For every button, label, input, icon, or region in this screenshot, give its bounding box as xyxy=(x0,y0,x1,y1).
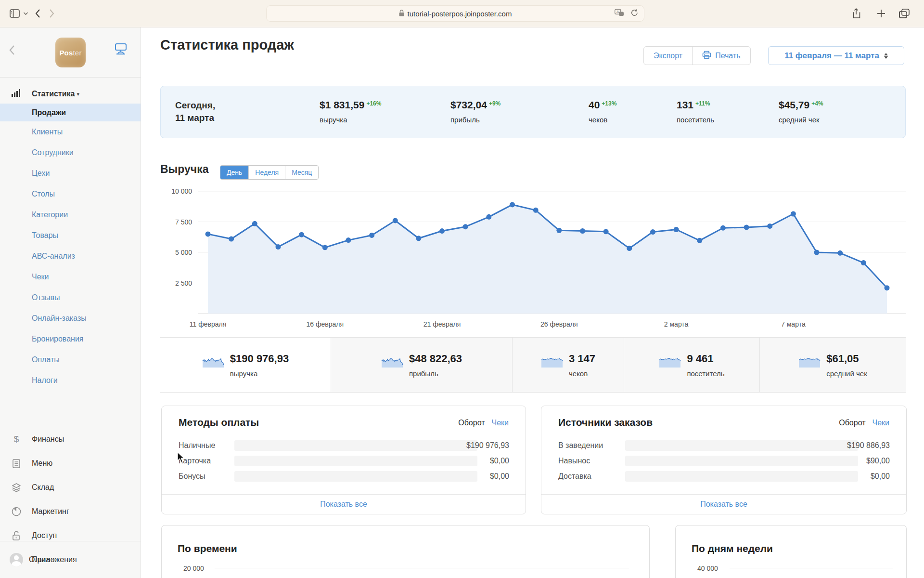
total-cell-revenue[interactable]: $190 976,93выручка xyxy=(160,338,331,392)
payment-row-bonus: Бонусы $0,00 xyxy=(179,471,509,482)
sidebar-toggle-icon[interactable] xyxy=(10,9,20,18)
show-all-link[interactable]: Показать все xyxy=(320,500,367,509)
new-tab-icon[interactable] xyxy=(877,9,886,18)
toggle-turnover[interactable]: Оборот xyxy=(839,419,865,427)
page-title: Статистика продаж xyxy=(160,37,294,53)
svg-text:11 февраля: 11 февраля xyxy=(190,320,227,328)
sidebar-item-marketing[interactable]: Маркетинг xyxy=(0,499,141,524)
banner-metric-visitors: 131+11% посетитель xyxy=(677,99,714,124)
svg-text:10 000: 10 000 xyxy=(171,187,192,195)
by-weekday-card: По дням недели 40 000 xyxy=(675,525,907,578)
total-cell-visitors[interactable]: 9 461посетитель xyxy=(624,338,760,392)
sidebar-item-sales-active[interactable]: Продажи xyxy=(0,104,141,121)
dollar-icon: $ xyxy=(11,434,22,445)
sparkline-icon xyxy=(202,355,224,368)
sidebar-section-statistics[interactable]: Статистика ▾ xyxy=(0,84,141,104)
sidebar-item-finance[interactable]: $ Финансы xyxy=(0,427,141,451)
tabs-overview-icon[interactable] xyxy=(899,9,910,18)
address-bar[interactable]: tutorial-posterpos.joinposter.com A xyxy=(266,5,644,22)
revenue-title: Выручка xyxy=(160,163,208,176)
tab-month[interactable]: Месяц xyxy=(285,166,318,179)
printer-icon xyxy=(702,51,711,61)
poster-logo[interactable]: Poster xyxy=(55,38,86,67)
tab-day[interactable]: День xyxy=(220,166,248,179)
print-button[interactable]: Печать xyxy=(692,47,750,65)
pos-terminal-icon[interactable] xyxy=(114,43,128,57)
header-actions: Экспорт Печать xyxy=(643,46,751,65)
chevron-down-icon[interactable] xyxy=(23,12,28,15)
total-cell-avg-check[interactable]: $61,05средний чек xyxy=(760,338,906,392)
user-caret-icon: ▾ xyxy=(52,557,55,563)
source-row-delivery: Доставка $0,00 xyxy=(558,471,890,482)
sidebar-item-menu[interactable]: Меню xyxy=(0,451,141,475)
bar-track xyxy=(234,456,477,466)
order-sources-card: Источники заказов Оборот Чеки В заведени… xyxy=(541,406,907,514)
svg-text:2 500: 2 500 xyxy=(175,279,192,287)
sidebar-item-workshops[interactable]: Цехи xyxy=(0,163,141,184)
card-footer: Показать все xyxy=(541,494,906,514)
tab-week[interactable]: Неделя xyxy=(248,166,285,179)
period-segmented-control: День Неделя Месяц xyxy=(220,165,319,180)
sidebar-item-clients[interactable]: Клиенты xyxy=(0,121,141,142)
sidebar-item-inventory[interactable]: Склад xyxy=(0,475,141,499)
sidebar-item-employees[interactable]: Сотрудники xyxy=(0,142,141,163)
sidebar-item-reviews[interactable]: Отзывы xyxy=(0,287,141,308)
user-menu[interactable]: Ольга ▾ xyxy=(0,541,141,578)
toggle-receipts[interactable]: Чеки xyxy=(492,419,509,427)
bar-track xyxy=(234,471,477,482)
payment-row-card: Карточка $0,00 xyxy=(179,456,509,466)
sidebar-item-abc-analysis[interactable]: АВС-анализ xyxy=(0,246,141,266)
card-footer: Показать все xyxy=(162,494,526,514)
share-icon[interactable] xyxy=(852,8,860,19)
sidebar: Poster Статистика ▾ Продажи Клиенты Сотр… xyxy=(0,27,141,578)
sidebar-item-receipts[interactable]: Чеки xyxy=(0,266,141,287)
browser-toolbar: tutorial-posterpos.joinposter.com A xyxy=(0,0,924,27)
avatar xyxy=(10,553,23,566)
sparkline-icon xyxy=(659,355,681,368)
banner-metric-avg-check: $45,79+4% средний чек xyxy=(779,99,823,124)
card-title: По дням недели xyxy=(692,543,773,554)
revenue-area-chart[interactable]: 2 5005 0007 50010 00011 февраля16 феврал… xyxy=(160,183,906,332)
unlock-icon xyxy=(11,531,22,540)
sidebar-item-tables[interactable]: Столы xyxy=(0,184,141,204)
sparkline-icon xyxy=(541,355,563,368)
sidebar-item-products[interactable]: Товары xyxy=(0,225,141,246)
axis-tick: 20 000 xyxy=(183,565,204,572)
translate-icon[interactable]: A xyxy=(615,9,624,18)
payment-row-cash: Наличные $190 976,93 xyxy=(179,440,509,451)
reload-icon[interactable] xyxy=(631,9,638,18)
banner-metric-profit: $732,04+9% прибыль xyxy=(450,99,500,124)
layers-icon xyxy=(11,483,22,492)
sort-arrows-icon xyxy=(884,53,888,59)
svg-text:21 февраля: 21 февраля xyxy=(424,320,461,328)
collapse-sidebar-icon[interactable] xyxy=(9,45,15,57)
lock-icon xyxy=(399,10,404,18)
total-cell-profit[interactable]: $48 822,63прибыль xyxy=(331,338,513,392)
svg-text:26 февраля: 26 февраля xyxy=(540,320,578,328)
svg-text:7 500: 7 500 xyxy=(175,218,192,226)
sidebar-item-taxes[interactable]: Налоги xyxy=(0,370,141,391)
back-icon[interactable] xyxy=(35,9,40,18)
svg-text:2 марта: 2 марта xyxy=(664,320,689,328)
toggle-receipts[interactable]: Чеки xyxy=(873,419,890,427)
forward-icon[interactable] xyxy=(49,9,55,18)
sidebar-item-online-orders[interactable]: Онлайн-заказы xyxy=(0,308,141,328)
sidebar-item-reservations[interactable]: Бронирования xyxy=(0,328,141,349)
sidebar-sublist: Клиенты Сотрудники Цехи Столы Категории … xyxy=(0,121,141,391)
axis-tick: 40 000 xyxy=(697,565,718,572)
sidebar-item-payments[interactable]: Оплаты xyxy=(0,349,141,370)
source-row-dinein: В заведении $190 886,93 xyxy=(558,440,890,451)
sidebar-item-categories[interactable]: Категории xyxy=(0,204,141,225)
toggle-turnover[interactable]: Оборот xyxy=(458,419,485,427)
total-cell-receipts[interactable]: 3 147чеков xyxy=(513,338,624,392)
bar-track xyxy=(625,440,858,451)
date-range-picker[interactable]: 11 февраля — 11 марта xyxy=(768,46,904,65)
sidebar-header: Poster xyxy=(0,27,141,78)
card-title: Источники заказов xyxy=(558,417,653,428)
gridline xyxy=(730,568,893,568)
show-all-link[interactable]: Показать все xyxy=(700,500,747,509)
totals-strip: $190 976,93выручка $48 822,63прибыль 3 1… xyxy=(160,337,906,393)
export-button[interactable]: Экспорт xyxy=(644,47,692,65)
banner-date: Сегодня, 11 марта xyxy=(175,99,215,124)
main-content: Статистика продаж Экспорт Печать 11 февр… xyxy=(141,27,924,578)
